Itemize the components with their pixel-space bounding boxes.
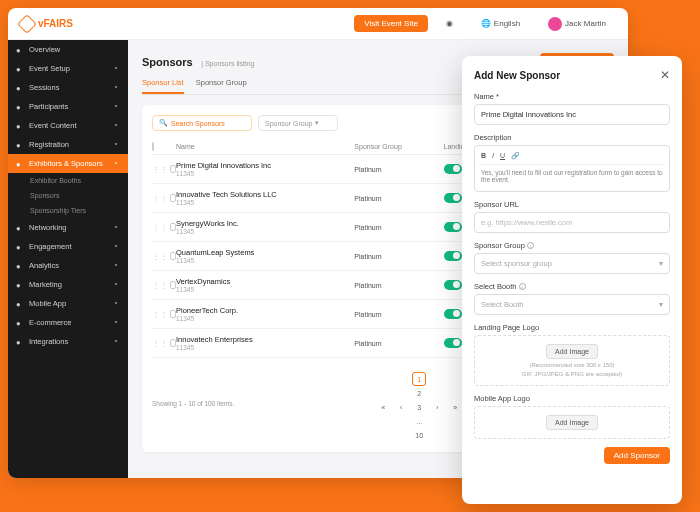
tab-sponsor-group[interactable]: Sponsor Group <box>196 78 247 94</box>
drag-icon[interactable]: ⋮⋮ <box>152 252 168 261</box>
row-id: 11345 <box>176 315 354 322</box>
drag-icon[interactable]: ⋮⋮ <box>152 310 168 319</box>
page-3[interactable]: 3 <box>412 400 426 414</box>
sidebar-item-label: Registration <box>29 140 69 149</box>
description-label: Description <box>474 133 670 142</box>
chevron-down-icon: ▾ <box>659 259 663 268</box>
landing-page-toggle[interactable] <box>444 222 462 232</box>
tab-sponsor-list[interactable]: Sponsor List <box>142 78 184 94</box>
mob-logo-upload[interactable]: Add Image <box>474 406 670 439</box>
group-select[interactable]: Select sponsor group▾ <box>474 253 670 274</box>
underline-icon[interactable]: U <box>500 152 505 160</box>
sidebar-item-exhibitors-sponsors[interactable]: ●Exhibitors & Sponsors˄ <box>8 154 128 173</box>
row-name: Innovative Tech Solutions LLC <box>176 190 354 199</box>
gear-icon: ● <box>16 65 24 73</box>
sidebar-item-engagement[interactable]: ●Engagement˅ <box>8 237 128 256</box>
sidebar-item-integrations[interactable]: ●Integrations˅ <box>8 332 128 351</box>
page-last[interactable]: » <box>448 400 462 414</box>
landing-page-toggle[interactable] <box>444 251 462 261</box>
add-image-button[interactable]: Add Image <box>546 415 598 430</box>
page-next[interactable]: › <box>430 400 444 414</box>
submit-button[interactable]: Add Sponsor <box>604 447 670 464</box>
page-prev[interactable]: ‹ <box>394 400 408 414</box>
language-label: English <box>494 19 520 28</box>
italic-icon[interactable]: I <box>492 152 494 160</box>
sidebar-item-marketing[interactable]: ●Marketing˅ <box>8 275 128 294</box>
sidebar-item-participants[interactable]: ●Participants˅ <box>8 97 128 116</box>
select-all-checkbox[interactable] <box>152 142 154 151</box>
user-menu[interactable]: Jack Martin <box>538 13 616 35</box>
chevron-icon: ˅ <box>114 282 120 288</box>
row-name: PioneerTech Corp. <box>176 306 354 315</box>
name-input[interactable] <box>474 104 670 125</box>
brand-text: vFAIRS <box>38 18 73 29</box>
brand-logo: vFAIRS <box>20 17 73 31</box>
sidebar-item-event-content[interactable]: ●Event Content˅ <box>8 116 128 135</box>
chevron-icon: ˅ <box>114 85 120 91</box>
drag-icon[interactable]: ⋮⋮ <box>152 165 168 174</box>
sidebar-item-label: Analytics <box>29 261 59 270</box>
url-input[interactable] <box>474 212 670 233</box>
drag-icon[interactable]: ⋮⋮ <box>152 223 168 232</box>
chevron-icon: ˅ <box>114 320 120 326</box>
landing-page-toggle[interactable] <box>444 280 462 290</box>
chevron-down-icon: ▾ <box>659 300 663 309</box>
bold-icon[interactable]: B <box>481 152 486 160</box>
row-id: 11345 <box>176 344 354 351</box>
add-image-button[interactable]: Add Image <box>546 344 598 359</box>
row-name: QuantumLeap Systems <box>176 248 354 257</box>
row-group: Platinum <box>354 224 443 231</box>
sidebar-sub-sponsorship-tiers[interactable]: Sponsorship Tiers <box>8 203 128 218</box>
description-editor[interactable]: B I U 🔗 Yes, you'll need to fill out our… <box>474 145 670 192</box>
sidebar-item-mobile-app[interactable]: ●Mobile App˅ <box>8 294 128 313</box>
drag-icon[interactable]: ⋮⋮ <box>152 281 168 290</box>
chevron-icon: ˅ <box>114 301 120 307</box>
landing-page-toggle[interactable] <box>444 164 462 174</box>
row-group: Platinum <box>354 195 443 202</box>
info-icon: i <box>527 242 534 249</box>
pagination-info: Showing 1 - 10 of 100 items. <box>152 400 234 407</box>
sidebar-item-event-setup[interactable]: ●Event Setup˅ <box>8 59 128 78</box>
row-group: Platinum <box>354 311 443 318</box>
page-10[interactable]: 10 <box>412 428 426 442</box>
booth-select[interactable]: Select Booth▾ <box>474 294 670 315</box>
file-icon: ● <box>16 122 24 130</box>
sidebar-item-registration[interactable]: ●Registration˅ <box>8 135 128 154</box>
close-icon[interactable]: ✕ <box>660 68 670 82</box>
chevron-icon: ˅ <box>114 142 120 148</box>
row-id: 11345 <box>176 199 354 206</box>
sidebar-item-e-commerce[interactable]: ●E-commerce˅ <box>8 313 128 332</box>
group-label: Sponsor Groupi <box>474 241 670 250</box>
page-first[interactable]: « <box>376 400 390 414</box>
chevron-icon: ˅ <box>114 339 120 345</box>
sidebar-item-sessions[interactable]: ●Sessions˅ <box>8 78 128 97</box>
page-2[interactable]: 2 <box>412 386 426 400</box>
name-label: Name * <box>474 92 670 101</box>
sidebar-sub-sponsors[interactable]: Sponsors <box>8 188 128 203</box>
description-text[interactable]: Yes, you'll need to fill out our registr… <box>479 165 665 187</box>
landing-page-toggle[interactable] <box>444 309 462 319</box>
sidebar-item-networking[interactable]: ●Networking˅ <box>8 218 128 237</box>
landing-page-toggle[interactable] <box>444 338 462 348</box>
link-icon[interactable]: 🔗 <box>511 152 520 160</box>
sidebar-sub-exhibitor-booths[interactable]: Exhibitor Booths <box>8 173 128 188</box>
gauge-icon: ● <box>16 46 24 54</box>
group-filter[interactable]: Sponsor Group ▾ <box>258 115 338 131</box>
search-input[interactable]: 🔍 Search Sponsors <box>152 115 252 131</box>
lp-logo-upload[interactable]: Add Image (Recommended size 300 x 150) G… <box>474 335 670 386</box>
sidebar-item-label: Sessions <box>29 83 59 92</box>
language-selector[interactable]: 🌐 English <box>471 15 530 32</box>
user-name: Jack Martin <box>565 19 606 28</box>
sidebar-item-analytics[interactable]: ●Analytics˅ <box>8 256 128 275</box>
sidebar-item-overview[interactable]: ●Overview <box>8 40 128 59</box>
visit-event-button[interactable]: Visit Event Site <box>354 15 428 32</box>
avatar <box>548 17 562 31</box>
modal-title: Add New Sponsor <box>474 70 560 81</box>
row-name: Prime Digital Innovations Inc <box>176 161 354 170</box>
page-1[interactable]: 1 <box>412 372 426 386</box>
notification-icon[interactable]: ◉ <box>436 15 463 32</box>
landing-page-toggle[interactable] <box>444 193 462 203</box>
drag-icon[interactable]: ⋮⋮ <box>152 339 168 348</box>
heart-icon: ● <box>16 243 24 251</box>
drag-icon[interactable]: ⋮⋮ <box>152 194 168 203</box>
